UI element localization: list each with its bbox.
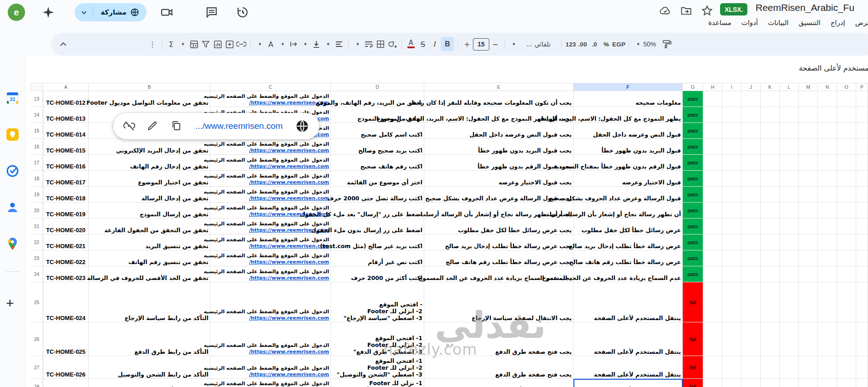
cell-N14[interactable] xyxy=(818,107,837,123)
row-header-26[interactable]: 26 xyxy=(30,322,43,356)
cell-E15[interactable]: يجب قبول النص وعرضه داخل الحقل xyxy=(424,123,574,139)
functions-icon[interactable]: Σ xyxy=(165,37,177,51)
column-header-G[interactable]: G xyxy=(683,83,703,91)
cell-C13[interactable]: الدخول على الموقع والضغط على الصفحه الرئ… xyxy=(210,91,331,107)
calendar-icon[interactable]: 31 xyxy=(5,91,20,105)
cell-C17[interactable]: الدخول على الموقع والضغط على الصفحه الرئ… xyxy=(210,155,331,171)
cell-O23[interactable] xyxy=(837,250,856,266)
cell-M23[interactable] xyxy=(799,250,818,266)
cell-C27[interactable]: الدخول على الموقع والضغط على الصفحه الرئ… xyxy=(210,356,331,379)
cell-N23[interactable] xyxy=(818,250,837,266)
cell-J13[interactable] xyxy=(741,91,761,107)
font-size-input[interactable]: 15 xyxy=(473,38,489,51)
column-header-M[interactable]: M xyxy=(799,83,818,91)
cell-L19[interactable] xyxy=(780,187,799,203)
cell-J18[interactable] xyxy=(741,171,761,187)
status-cell-27[interactable]: fail xyxy=(683,356,703,379)
row-header-14[interactable]: 14 xyxy=(30,107,43,123)
formula-bar[interactable]: المستخدم لأعلى الصفحة xyxy=(0,56,868,82)
cell-P16[interactable] xyxy=(856,139,868,155)
strikethrough-icon[interactable]: S xyxy=(417,37,429,51)
cell-H14[interactable] xyxy=(703,107,722,123)
cell-A27[interactable]: TC-HOME-026 xyxy=(43,356,89,379)
cell-P15[interactable] xyxy=(856,123,868,139)
row-header-16[interactable]: 16 xyxy=(30,139,43,155)
text-direction-icon[interactable] xyxy=(288,37,299,51)
cell-H25[interactable] xyxy=(703,282,722,322)
cell-J16[interactable] xyxy=(741,139,761,155)
cell-F14[interactable]: يظهر النموذج مع كل الحقول: الاسم، البريد… xyxy=(574,107,683,123)
cell-P22[interactable] xyxy=(856,234,868,250)
cell-D18[interactable]: اختر أي موضوع من القائمة xyxy=(331,171,424,187)
cell-M21[interactable] xyxy=(799,219,818,234)
cell-E22[interactable]: يجب عرض رسالة خطأ تطلب إدخال بريد صالح xyxy=(424,234,574,250)
bold-icon[interactable]: B xyxy=(441,37,454,51)
row-header-28[interactable]: 28 xyxy=(30,379,43,387)
cell-O16[interactable] xyxy=(837,139,856,155)
cell-P28[interactable] xyxy=(856,379,868,387)
cell-F16[interactable]: قبول البريد بدون ظهور خطأ xyxy=(574,139,683,155)
decrease-font-size-button[interactable]: − xyxy=(489,37,501,51)
cell-M26[interactable] xyxy=(799,322,818,356)
contacts-icon[interactable] xyxy=(5,200,20,214)
row-header-22[interactable]: 22 xyxy=(30,234,43,250)
cell-K26[interactable] xyxy=(761,322,780,356)
column-header-A[interactable]: A xyxy=(43,83,89,91)
status-cell-24[interactable]: pass xyxy=(683,266,703,282)
cell-K18[interactable] xyxy=(761,171,780,187)
horizontal-align-icon[interactable] xyxy=(333,37,345,51)
cell-H15[interactable] xyxy=(703,123,722,139)
cell-A18[interactable]: TC-HOME-017 xyxy=(43,171,89,187)
text-direction-dropdown-icon[interactable]: ▼ xyxy=(277,37,289,51)
cell-A23[interactable]: TC-HOME-022 xyxy=(43,250,89,266)
cell-N15[interactable] xyxy=(818,123,837,139)
cell-L13[interactable] xyxy=(780,91,799,107)
cell-H22[interactable] xyxy=(703,234,722,250)
cell-M17[interactable] xyxy=(799,155,818,171)
cell-K22[interactable] xyxy=(761,234,780,250)
cell-N25[interactable] xyxy=(818,282,837,322)
cell-D26[interactable]: 1- افتحي الموقع2- انزلي للـ Footer3- اضغ… xyxy=(331,322,424,356)
cell-C22[interactable]: الدخول على الموقع والضغط على الصفحه الرئ… xyxy=(210,234,331,250)
row-header-25[interactable]: 25 xyxy=(30,282,43,322)
insert-chart-icon[interactable] xyxy=(212,37,223,51)
cell-K24[interactable] xyxy=(761,266,780,282)
cell-E18[interactable]: يجب قبول الاختيار وعرضه xyxy=(424,171,574,187)
cell-B25[interactable]: التأكد من رابط سياسة الإرجاع xyxy=(89,282,210,322)
cell-B22[interactable]: تحقق من تنسيق البريد xyxy=(89,234,210,250)
status-cell-22[interactable]: pass xyxy=(683,234,703,250)
row-header-27[interactable]: 27 xyxy=(30,356,43,379)
menu-item-0[interactable]: عرض xyxy=(850,17,868,28)
column-header-K[interactable]: K xyxy=(761,83,780,91)
cell-C23[interactable]: الدخول على الموقع والضغط على الصفحه الرئ… xyxy=(210,250,331,266)
column-header-B[interactable]: B xyxy=(89,83,210,91)
add-box-icon[interactable] xyxy=(223,37,235,51)
cell-L26[interactable] xyxy=(780,322,799,356)
menu-item-2[interactable]: التنسيق xyxy=(793,17,825,28)
cell-B20[interactable]: تحقق من إرسال النموذج xyxy=(89,203,210,219)
cell-M19[interactable] xyxy=(799,187,818,203)
cell-F18[interactable]: قبول الاختيار وعرضه xyxy=(574,171,683,187)
column-header-N[interactable]: N xyxy=(818,83,837,91)
move-to-folder-icon[interactable] xyxy=(680,5,693,17)
cell-J28[interactable] xyxy=(741,379,761,387)
cell-D27[interactable]: 1- افتحي الموقع2- انزلي للـ Footer3- اضغ… xyxy=(331,356,424,379)
cell-B27[interactable]: التأكد من رابط الشحن والتوصيل xyxy=(89,356,210,379)
cell-link-C19[interactable]: /https://www.reemrisen.com xyxy=(249,195,329,202)
cell-C26[interactable]: الدخول على الموقع والضغط على الصفحه الرئ… xyxy=(210,322,331,356)
cell-D22[interactable]: اكتب بريد غير صالح (مثل test.com) xyxy=(331,234,424,250)
cell-P23[interactable] xyxy=(856,250,868,266)
cell-A28[interactable] xyxy=(43,379,89,387)
row-header-17[interactable]: 17 xyxy=(30,155,43,171)
paint-format-icon[interactable] xyxy=(660,37,672,51)
cell-link-C26[interactable]: /https://www.reemrisen.com xyxy=(249,349,329,355)
zoom-dropdown-icon[interactable]: ▼ xyxy=(632,37,644,51)
cell-F13[interactable]: معلومات صحيحه xyxy=(574,91,683,107)
cell-K25[interactable] xyxy=(761,282,780,322)
cell-E28[interactable]: يجب فتح صفحة الأسئلة الشائعة بالكامل xyxy=(424,379,574,387)
add-addon-button[interactable]: + xyxy=(6,297,14,310)
cell-J22[interactable] xyxy=(741,234,761,250)
row-header-21[interactable]: 21 xyxy=(30,219,43,234)
cell-H21[interactable] xyxy=(703,219,722,234)
cell-J21[interactable] xyxy=(741,219,761,234)
